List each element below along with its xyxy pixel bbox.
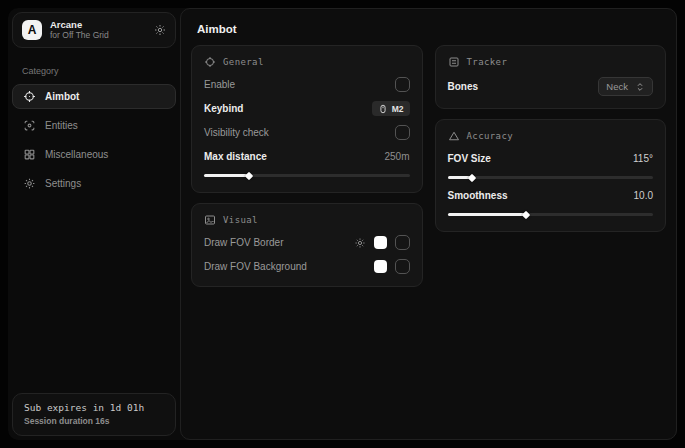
- grid-icon: [23, 148, 36, 161]
- fov-size-slider[interactable]: [448, 176, 654, 179]
- settings-gear-icon[interactable]: [154, 24, 166, 36]
- card-title: Visual: [223, 215, 258, 225]
- card-title: General: [223, 57, 264, 67]
- enable-row: Enable: [204, 77, 410, 92]
- slider-fill: [204, 174, 249, 177]
- list-icon: [448, 56, 460, 68]
- draw-fov-border-controls: [354, 235, 410, 250]
- left-column: General Enable Keybind: [191, 45, 423, 287]
- smoothness-label: Smoothness: [448, 190, 508, 201]
- draw-fov-border-row: Draw FOV Border: [204, 235, 410, 250]
- app-window: A Arcane for Off The Grid Category: [8, 8, 677, 440]
- sidebar-item-label: Miscellaneous: [45, 149, 108, 160]
- app-name: Arcane: [50, 20, 146, 31]
- tracker-card: Tracker Bones Neck: [435, 45, 667, 109]
- app-logo: A: [22, 20, 42, 40]
- keybind-value: M2: [392, 104, 404, 114]
- smoothness-slider[interactable]: [448, 213, 654, 216]
- sidebar-item-settings[interactable]: Settings: [12, 171, 176, 196]
- sidebar-item-aimbot[interactable]: Aimbot: [12, 84, 176, 109]
- fov-size-row: FOV Size 115°: [448, 151, 654, 166]
- fov-background-color-swatch[interactable]: [374, 260, 387, 273]
- sidebar-item-entities[interactable]: Entities: [12, 113, 176, 138]
- main-header: Aimbot: [181, 9, 676, 45]
- visibility-check-checkbox[interactable]: [395, 125, 410, 140]
- fov-border-color-swatch[interactable]: [374, 236, 387, 249]
- sidebar: A Arcane for Off The Grid Category: [8, 8, 180, 440]
- crosshair-icon: [204, 56, 216, 68]
- bones-label: Bones: [448, 81, 479, 92]
- sidebar-item-label: Entities: [45, 120, 78, 131]
- draw-fov-border-label: Draw FOV Border: [204, 237, 283, 248]
- scan-icon: [23, 119, 36, 132]
- card-title: Accuracy: [467, 131, 514, 141]
- mouse-icon: [378, 104, 388, 114]
- session-duration-text: Session duration 16s: [24, 416, 164, 426]
- bones-select[interactable]: Neck: [598, 77, 653, 96]
- sidebar-item-miscellaneous[interactable]: Miscellaneous: [12, 142, 176, 167]
- gear-icon[interactable]: [354, 237, 366, 249]
- accuracy-card-header: Accuracy: [448, 130, 654, 142]
- visual-card-header: Visual: [204, 214, 410, 226]
- visual-card: Visual Draw FOV Border: [191, 203, 423, 287]
- brand-card: A Arcane for Off The Grid: [12, 12, 176, 48]
- smoothness-value: 10.0: [634, 190, 653, 201]
- max-distance-label: Max distance: [204, 151, 267, 162]
- tracker-card-header: Tracker: [448, 56, 654, 68]
- triangle-icon: [448, 130, 460, 142]
- sidebar-nav: Aimbot Entities: [12, 84, 176, 196]
- draw-fov-background-label: Draw FOV Background: [204, 261, 307, 272]
- keybind-row: Keybind M2: [204, 101, 410, 116]
- sidebar-item-label: Settings: [45, 178, 81, 189]
- screen: A Arcane for Off The Grid Category: [0, 0, 685, 448]
- subscription-card: Sub expires in 1d 01h Session duration 1…: [12, 393, 176, 436]
- sub-expires-text: Sub expires in 1d 01h: [24, 402, 164, 413]
- sidebar-item-label: Aimbot: [45, 91, 79, 102]
- accuracy-card: Accuracy FOV Size 115° Smoothness 10.0: [435, 119, 667, 232]
- draw-fov-border-checkbox[interactable]: [395, 235, 410, 250]
- draw-fov-background-checkbox[interactable]: [395, 259, 410, 274]
- fov-size-value: 115°: [633, 153, 653, 164]
- max-distance-value: 250m: [384, 151, 409, 162]
- visibility-check-row: Visibility check: [204, 125, 410, 140]
- slider-fill: [448, 213, 526, 216]
- card-columns: General Enable Keybind: [181, 45, 676, 287]
- enable-checkbox[interactable]: [395, 77, 410, 92]
- bones-row: Bones Neck: [448, 77, 654, 96]
- general-card: General Enable Keybind: [191, 45, 423, 193]
- app-subtitle: for Off The Grid: [50, 31, 146, 41]
- visibility-check-label: Visibility check: [204, 127, 269, 138]
- max-distance-row: Max distance 250m: [204, 149, 410, 164]
- fov-size-label: FOV Size: [448, 153, 491, 164]
- chevrons-up-down-icon: [635, 82, 645, 92]
- brand-text: Arcane for Off The Grid: [50, 20, 146, 41]
- keybind-button[interactable]: M2: [372, 101, 410, 116]
- max-distance-slider[interactable]: [204, 174, 410, 177]
- gear-icon: [23, 177, 36, 190]
- right-column: Tracker Bones Neck: [435, 45, 667, 232]
- crosshair-icon: [23, 90, 36, 103]
- slider-fill: [448, 176, 473, 179]
- main-panel: Aimbot General: [180, 8, 677, 440]
- page-title: Aimbot: [197, 23, 660, 35]
- draw-fov-background-controls: [374, 259, 410, 274]
- draw-fov-background-row: Draw FOV Background: [204, 259, 410, 274]
- bones-value: Neck: [606, 81, 628, 92]
- enable-label: Enable: [204, 79, 235, 90]
- keybind-label: Keybind: [204, 103, 243, 114]
- smoothness-row: Smoothness 10.0: [448, 188, 654, 203]
- category-label: Category: [22, 66, 176, 76]
- general-card-header: General: [204, 56, 410, 68]
- card-title: Tracker: [467, 57, 508, 67]
- image-icon: [204, 214, 216, 226]
